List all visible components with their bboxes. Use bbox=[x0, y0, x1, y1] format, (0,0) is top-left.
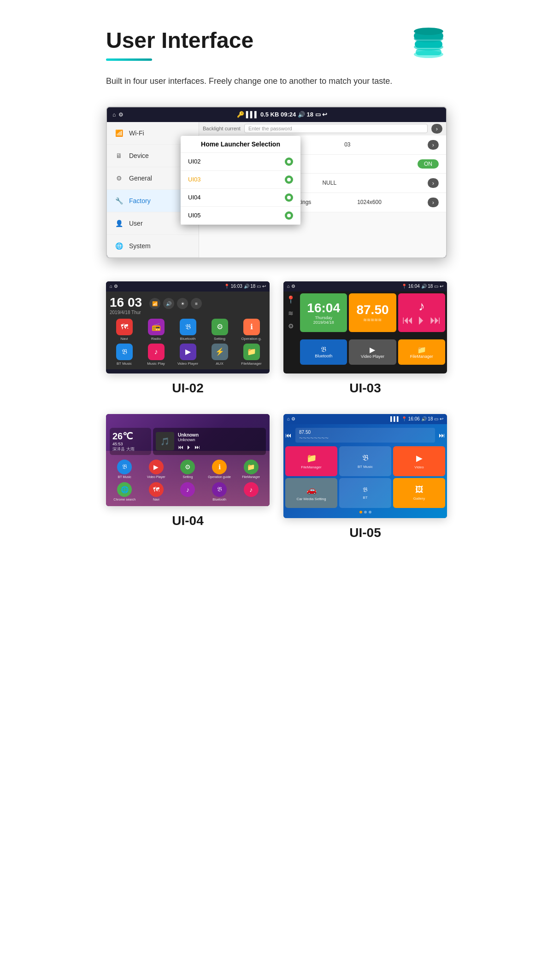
ui04-content: 26℃ 45:53 深泽县 大雨 🎵 Unknown Unknown bbox=[106, 424, 270, 505]
ui04-bt[interactable]: 𝔅 Bluetooth bbox=[205, 482, 235, 501]
ui02-app-setting[interactable]: ⚙ Setting bbox=[205, 319, 234, 341]
launcher-arrow[interactable]: › bbox=[428, 140, 439, 150]
ui02-app-navi[interactable]: 🗺 Navi bbox=[110, 319, 139, 341]
ui05-bt-cell[interactable]: 𝔅 BT bbox=[339, 478, 391, 508]
music-play-icon[interactable]: ⏵ bbox=[186, 444, 192, 450]
dialog-option-ui05[interactable]: UI05 bbox=[199, 207, 300, 225]
prev-radio-icon[interactable]: ⏮ bbox=[285, 432, 292, 439]
navi-label: Navi bbox=[120, 337, 128, 341]
eq-icon: ≋ bbox=[288, 309, 294, 317]
ui05-filemanager-cell[interactable]: 📁 FileManager bbox=[285, 446, 337, 476]
ui02-app-btmusic[interactable]: 𝔅 BT Music bbox=[110, 344, 139, 366]
ui04-extra1[interactable]: ♪ bbox=[173, 482, 203, 501]
next-icon[interactable]: ⏭ bbox=[430, 314, 441, 327]
setting-icon: ⚙ bbox=[212, 319, 228, 335]
usbtype-value: NULL bbox=[322, 180, 336, 186]
wifi-ctrl-btn[interactable]: 📶 bbox=[149, 298, 160, 309]
ui04-music-thumb: 🎵 bbox=[156, 432, 174, 450]
ui05-btmusic-cell[interactable]: 𝔅 BT Music bbox=[339, 446, 391, 476]
sidebar-item-system[interactable]: 🌐 System bbox=[107, 235, 199, 257]
page-description: Built in four user interfaces. Freely ch… bbox=[106, 75, 447, 88]
ui05-wave: 〜〜〜〜〜〜〜〜 bbox=[299, 436, 431, 441]
btmusic-label: BT Music bbox=[117, 362, 132, 366]
ui04-option-label: UI04 bbox=[199, 194, 200, 201]
ui02-statusbar: ⌂ ⚙ 📍 16:03 🔊 18 ▭ ↩ bbox=[106, 281, 270, 292]
filemanager-icon: 📁 bbox=[243, 344, 260, 360]
globe-icon: 🌐 bbox=[114, 241, 124, 251]
page-title: User Interface bbox=[106, 28, 447, 53]
prev-icon[interactable]: ⏮ bbox=[402, 314, 413, 327]
video-cell-label: Video bbox=[414, 465, 424, 469]
next-radio-icon[interactable]: ⏭ bbox=[439, 432, 445, 439]
wifi-icon: 📶 bbox=[114, 128, 124, 138]
location-icon: 📍 bbox=[286, 295, 295, 304]
password-bar: Backlight current Enter the password › bbox=[199, 122, 446, 135]
navi-text-04: Navi bbox=[153, 498, 159, 501]
music-next-icon[interactable]: ⏭ bbox=[194, 444, 200, 450]
ui02-app-operation[interactable]: ℹ Operation g. bbox=[237, 319, 266, 341]
ui05-video-cell[interactable]: ▶ Video bbox=[393, 446, 445, 476]
ui02-app-filemanager[interactable]: 📁 FileManager bbox=[237, 344, 266, 366]
sidebar-label-wifi: Wi-Fi bbox=[129, 129, 144, 137]
volume-ctrl-btn[interactable]: 🔊 bbox=[163, 298, 174, 309]
ui04-opguide[interactable]: ℹ Operation guide bbox=[205, 460, 235, 478]
ui02-app-bluetooth[interactable]: 𝔅 Bluetooth bbox=[173, 319, 202, 341]
ui03-bt-app[interactable]: 𝔅 Bluetooth bbox=[300, 339, 347, 365]
ui04-chrome[interactable]: 🌐 Chrome search bbox=[110, 482, 140, 501]
filemanager-label: FileManager bbox=[241, 362, 261, 366]
brightness-ctrl-btn[interactable]: ☀ bbox=[177, 298, 188, 309]
screen-body: 📶 Wi-Fi 🖥 Device ⚙ General 🔧 Factory 👤 bbox=[107, 122, 446, 257]
video-arrow[interactable]: › bbox=[428, 198, 439, 207]
eq-ctrl-btn[interactable]: ≡ bbox=[191, 298, 202, 309]
video-cell-icon: ▶ bbox=[416, 453, 423, 463]
ui05-cells-grid: 📁 FileManager 𝔅 BT Music ▶ V bbox=[285, 446, 445, 508]
ui02-app-musicplay[interactable]: ♪ Music Play bbox=[141, 344, 171, 366]
ui05-carsettings-cell[interactable]: 🚗 Car Media Setting bbox=[285, 478, 337, 508]
gear-icon: ⚙ bbox=[114, 174, 124, 183]
settings-icon: ⚙ bbox=[118, 111, 124, 118]
ui05-bottom-pair: 𝔅 BT bbox=[339, 478, 391, 508]
ui05-dots bbox=[285, 508, 445, 516]
ui03-files-app[interactable]: 📁 FileManager bbox=[398, 339, 445, 365]
ui05-gallery-cell[interactable]: 🖼 Gallery bbox=[393, 478, 445, 508]
ui02-app-radio[interactable]: 📻 Radio bbox=[141, 319, 171, 341]
launcher-dialog: Home Launcher Selection UI02 UI03 UI04 bbox=[199, 136, 300, 225]
usb-on-button[interactable]: ON bbox=[418, 159, 439, 169]
ui04-label: UI-04 bbox=[172, 513, 203, 528]
ui04-setting[interactable]: ⚙ Setting bbox=[173, 460, 203, 478]
backlight-arrow[interactable]: › bbox=[431, 124, 442, 134]
title-underline bbox=[106, 58, 152, 61]
play-icon[interactable]: ⏵ bbox=[416, 314, 427, 327]
ui03-radio bbox=[285, 175, 293, 184]
dialog-option-ui04[interactable]: UI04 bbox=[199, 189, 300, 207]
ui03-item: ⌂ ⚙ 📍 16:04 🔊 18 ▭ ↩ 📍 ≋ ⚙ bbox=[283, 281, 447, 396]
files-label: FileManager bbox=[410, 354, 433, 359]
ui02-app-aux[interactable]: ⚡ AUX bbox=[205, 344, 234, 366]
ui03-video-app[interactable]: ▶ Video Player bbox=[349, 339, 396, 365]
ui03-sidebar: 📍 ≋ ⚙ bbox=[283, 292, 298, 367]
password-input[interactable]: Enter the password bbox=[244, 124, 428, 133]
music-prev-icon[interactable]: ⏮ bbox=[178, 444, 183, 450]
filemanager-text-04: FileManager bbox=[242, 475, 260, 478]
ui03-screen: ⌂ ⚙ 📍 16:04 🔊 18 ▭ ↩ 📍 ≋ ⚙ bbox=[283, 281, 447, 373]
extra1-icon: ♪ bbox=[180, 482, 195, 497]
usbtype-arrow[interactable]: › bbox=[428, 178, 439, 188]
ui05-home-icon: ⌂ ⚙ bbox=[287, 416, 295, 421]
ui04-videoplayer[interactable]: ▶ Video Player bbox=[141, 460, 171, 478]
musicplay-label: Music Play bbox=[147, 362, 165, 366]
video-player-label: Video Player bbox=[361, 354, 384, 359]
ui04-music-title: Unknown bbox=[178, 432, 200, 438]
ui04-navi[interactable]: 🗺 Navi bbox=[141, 482, 171, 501]
dialog-option-ui02[interactable]: UI02 bbox=[199, 153, 300, 171]
ui02-app-video[interactable]: ▶ Video Player bbox=[173, 344, 202, 366]
opguide-text-04: Operation guide bbox=[208, 475, 231, 478]
ui04-extra2[interactable]: ♪ bbox=[236, 482, 266, 501]
ui04-filemanager[interactable]: 📁 FileManager bbox=[236, 460, 266, 478]
files-icon: 📁 bbox=[417, 345, 426, 354]
dialog-option-ui03[interactable]: UI03 bbox=[199, 171, 300, 189]
ui04-btmusic[interactable]: 𝔅 BT Music bbox=[110, 460, 140, 478]
svg-point-6 bbox=[414, 28, 443, 35]
ui05-freq: 87.50 bbox=[299, 430, 431, 435]
ui03-temp: 87.50 bbox=[356, 303, 388, 317]
data-speed: 0.5 KB bbox=[260, 111, 279, 118]
